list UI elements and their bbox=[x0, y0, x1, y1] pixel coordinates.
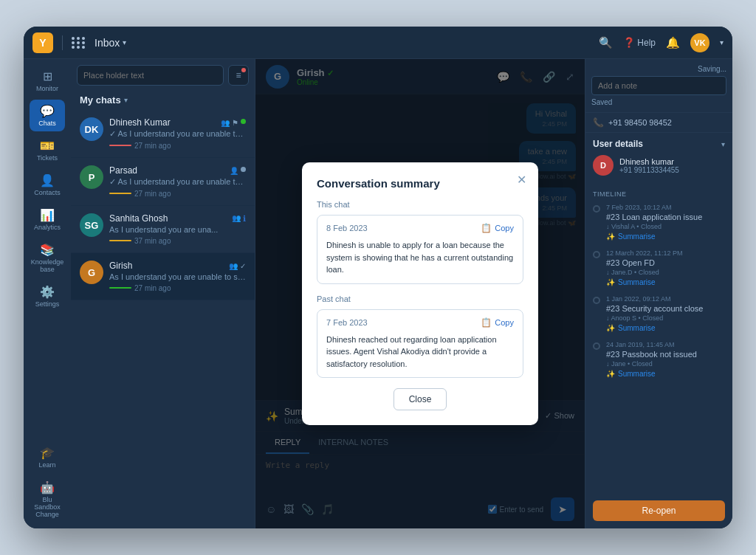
list-item: 1 Jan 2022, 09:12 AM #23 Security accoun… bbox=[593, 295, 725, 332]
phone-row: 📞 +91 98450 98452 bbox=[585, 113, 732, 133]
chat-preview: ✓ As I understand you are unable to... bbox=[109, 177, 246, 187]
sidebar-item-monitor[interactable]: ⊞ Monitor bbox=[30, 65, 65, 97]
user-name: Dhinesh kumar bbox=[619, 157, 679, 166]
status-indicator bbox=[109, 240, 131, 241]
summarise-button[interactable]: ✨ Summarise bbox=[606, 324, 725, 332]
search-icon[interactable]: 🔍 bbox=[599, 36, 613, 49]
list-item[interactable]: P Parsad 👤 ✓ As I understand you are una… bbox=[71, 158, 255, 206]
nav-divider bbox=[62, 35, 63, 50]
filter-active-dot bbox=[241, 68, 246, 72]
chat-list-title: My chats bbox=[80, 94, 121, 106]
list-item[interactable]: SG Sanhita Ghosh 👥 ℹ As I understand you… bbox=[71, 206, 255, 253]
learn-icon: 🎓 bbox=[40, 446, 55, 460]
sidebar-item-tickets[interactable]: 🎫 Tickets bbox=[30, 134, 65, 166]
add-note-input[interactable] bbox=[591, 76, 726, 95]
contacts-icon: 👤 bbox=[40, 173, 55, 187]
search-input[interactable] bbox=[77, 65, 224, 86]
sidebar-item-sandbox[interactable]: 🤖 Blu Sandbox Change bbox=[30, 476, 65, 523]
timeline-date: 7 Feb 2023, 10:12 AM bbox=[606, 204, 725, 211]
saved-text: Saved bbox=[591, 98, 726, 106]
timeline-dot bbox=[593, 205, 600, 213]
timeline-title: #23 Passbook not issued bbox=[606, 350, 725, 359]
phone-icon: 📞 bbox=[593, 117, 604, 128]
status-indicator bbox=[109, 193, 131, 194]
chat-preview: ✓ As I understand you are unable to... bbox=[109, 129, 246, 139]
chat-items-list: DK Dhinesh Kumar 👥 ⚑ ✓ As I understand y… bbox=[71, 110, 255, 528]
past-chat-copy-button[interactable]: 📋 Copy bbox=[481, 317, 514, 328]
app-logo: Y bbox=[32, 32, 53, 53]
settings-icon: ⚙️ bbox=[40, 285, 55, 299]
inbox-chevron-icon: ▾ bbox=[123, 38, 126, 46]
user-details-title: User details bbox=[593, 139, 643, 149]
icon-sidebar: ⊞ Monitor 💬 Chats 🎫 Tickets 👤 Contacts 📊… bbox=[24, 59, 71, 528]
user-details-section: User details ▾ D Dhinesh kumar +91 99113… bbox=[585, 133, 732, 186]
sidebar-item-contacts[interactable]: 👤 Contacts bbox=[30, 169, 65, 201]
help-button[interactable]: ❓ Help bbox=[623, 37, 656, 48]
timeline-title: #23 Loan application issue bbox=[606, 213, 725, 221]
sidebar-item-chats[interactable]: 💬 Chats bbox=[30, 100, 65, 131]
past-chat-summary: Dhinesh reached out regarding loan appli… bbox=[326, 334, 514, 370]
chat-name: Girish bbox=[109, 261, 132, 271]
past-chat-block: 7 Feb 2023 📋 Copy Dhinesh reached out re… bbox=[317, 309, 523, 379]
list-item: 24 Jan 2019, 11:45 AM #23 Passbook not i… bbox=[593, 341, 725, 378]
summarise-button[interactable]: ✨ Summarise bbox=[606, 370, 725, 378]
past-chat-date: 7 Feb 2023 bbox=[326, 318, 368, 327]
chat-time: 27 min ago bbox=[134, 190, 171, 198]
chat-list-header[interactable]: My chats ▾ bbox=[71, 92, 255, 110]
grid-icon bbox=[72, 37, 86, 49]
summarise-icon: ✨ bbox=[606, 232, 615, 241]
avatar: G bbox=[80, 261, 103, 284]
chat-info-icon: ℹ bbox=[243, 214, 246, 224]
knowledge-icon: 📚 bbox=[40, 243, 55, 257]
timeline-meta: ↓ Jane.D • Closed bbox=[606, 269, 725, 276]
modal-close-icon[interactable]: ✕ bbox=[517, 173, 526, 187]
summarise-button[interactable]: ✨ Summarise bbox=[606, 232, 725, 241]
chat-preview: As I understand you are una... bbox=[109, 225, 246, 234]
avatar: SG bbox=[80, 213, 103, 237]
filter-button[interactable]: ≡ bbox=[228, 65, 249, 86]
timeline-meta: ↓ Vishal A • Closed bbox=[606, 223, 725, 230]
chats-icon: 💬 bbox=[40, 104, 55, 118]
list-item[interactable]: DK Dhinesh Kumar 👥 ⚑ ✓ As I understand y… bbox=[71, 110, 255, 158]
sidebar-item-knowledge[interactable]: 📚 Knowledge base bbox=[30, 238, 65, 278]
avatar: P bbox=[80, 165, 103, 189]
sidebar-item-learn[interactable]: 🎓 Learn bbox=[30, 441, 65, 473]
summarise-icon: ✨ bbox=[606, 324, 615, 332]
online-indicator bbox=[241, 167, 246, 172]
this-chat-copy-button[interactable]: 📋 Copy bbox=[481, 223, 514, 233]
modal-close-button[interactable]: Close bbox=[394, 388, 447, 410]
summarise-icon: ✨ bbox=[606, 278, 615, 286]
chat-alert-icon: ⚑ bbox=[232, 119, 238, 127]
sidebar-item-analytics[interactable]: 📊 Analytics bbox=[30, 204, 65, 235]
timeline-dot bbox=[593, 251, 600, 258]
chat-badge-icon: 👤 bbox=[230, 167, 238, 175]
chat-list-chevron-icon: ▾ bbox=[124, 96, 128, 104]
sidebar-item-settings[interactable]: ⚙️ Settings bbox=[30, 280, 65, 312]
modal-overlay[interactable]: Conversation summary ✕ This chat 8 Feb 2… bbox=[255, 59, 585, 528]
status-indicator bbox=[109, 145, 131, 146]
bell-icon[interactable]: 🔔 bbox=[666, 36, 680, 49]
analytics-icon: 📊 bbox=[40, 208, 55, 222]
summarise-button[interactable]: ✨ Summarise bbox=[606, 278, 725, 286]
user-avatar[interactable]: VK bbox=[690, 33, 709, 52]
phone-number: +91 98450 98452 bbox=[608, 118, 672, 127]
inbox-label[interactable]: Inbox ▾ bbox=[94, 37, 126, 49]
timeline-meta: ↓ Jane • Closed bbox=[606, 360, 725, 368]
timeline-section: TIMELINE 7 Feb 2023, 10:12 AM #23 Loan a… bbox=[585, 186, 732, 391]
chat-check-icon: ✓ bbox=[240, 262, 246, 270]
chat-badge-icon: 👥 bbox=[232, 214, 241, 224]
reopen-button[interactable]: Re-open bbox=[593, 500, 725, 521]
timeline-label: TIMELINE bbox=[593, 190, 725, 198]
avatar: DK bbox=[80, 117, 103, 141]
monitor-icon: ⊞ bbox=[43, 69, 52, 83]
chat-name: Parsad bbox=[109, 165, 137, 176]
chat-list-panel: ≡ My chats ▾ DK Dhinesh Kumar 👥 bbox=[71, 59, 255, 528]
conversation-summary-modal: Conversation summary ✕ This chat 8 Feb 2… bbox=[302, 162, 538, 425]
tickets-icon: 🎫 bbox=[40, 139, 55, 153]
user-details-chevron-icon: ▾ bbox=[721, 140, 725, 148]
chat-badge-icon: 👥 bbox=[221, 119, 230, 127]
user-avatar-small: D bbox=[593, 155, 614, 176]
past-chat-label: Past chat bbox=[317, 294, 523, 303]
top-navigation: Y Inbox ▾ 🔍 ❓ Help 🔔 VK ▾ bbox=[24, 27, 732, 59]
list-item[interactable]: G Girish 👥 ✓ As I understand you are una… bbox=[71, 253, 255, 300]
